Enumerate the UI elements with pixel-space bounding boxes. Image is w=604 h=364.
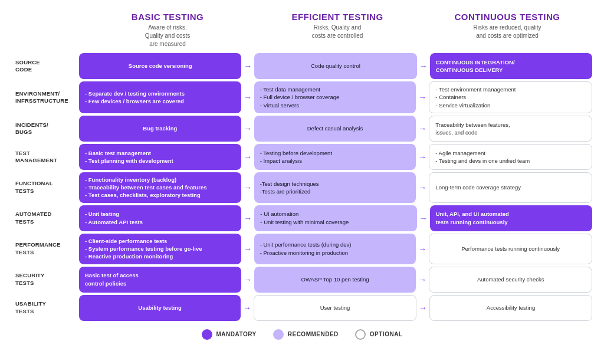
table-area: SOURCECODESource code versioning→Code qu… [12,53,592,321]
basic-cell: Bug tracking [79,116,241,142]
continuous-cell: - Agile management - Testing and devs in… [429,144,592,170]
basic-cell: - Unit testing - Automated API tests [79,205,241,231]
continuous-cell: Unit, API, and UI automated tests runnin… [430,205,592,231]
arrow-icon: → [244,81,252,113]
mandatory-circle [202,329,212,340]
continuous-cell: Accessibility testing [429,295,592,321]
table-row: FUNCTIONALTESTS- Functionality inventory… [12,172,592,203]
arrow-icon: → [244,205,252,231]
legend-recommended: RECOMMENDED [273,329,339,340]
row-label: ENVIRONMENT/INFRSSTRUCTURE [12,81,77,113]
continuous-cell: Performance tests running continuously [429,234,592,264]
recommended-label: RECOMMENDED [288,331,339,337]
basic-cell: - Basic test management - Test planning … [79,144,241,170]
efficient-cell: - Testing before development - Impact an… [254,144,416,170]
arrow-icon: → [244,172,252,203]
efficient-testing-title: EFFICIENT TESTING [252,12,422,22]
arrow-icon: → [244,116,252,142]
continuous-cell: Automated security checks [429,267,592,293]
row-label: SOURCECODE [12,53,77,79]
continuous-testing-title: CONTINUOUS TESTING [422,12,592,22]
efficient-testing-subtitle: Risks, Quality andcosts are controlled [252,24,422,40]
legend: MANDATORY RECOMMENDED OPTIONAL [12,329,592,340]
efficient-cell: - Test data management - Full device / b… [254,81,416,113]
basic-cell: - Separate dev / testing environments - … [79,81,241,113]
row-label: PERFORMANCETESTS [12,234,77,264]
optional-label: OPTIONAL [370,331,403,337]
table-row: SOURCECODESource code versioning→Code qu… [12,53,592,79]
arrow-icon: → [418,81,426,113]
row-label: SECURITYTESTS [12,267,77,293]
basic-testing-header: BASIC TESTING Aware of risks.Quality and… [83,12,252,48]
main-container: BASIC TESTING Aware of risks.Quality and… [0,0,604,349]
basic-cell: - Functionality inventory (backlog) - Tr… [79,172,241,203]
efficient-testing-header: EFFICIENT TESTING Risks, Quality andcost… [252,12,422,48]
basic-cell: Basic test of access control policies [79,267,241,293]
arrow-icon: → [419,205,428,231]
continuous-cell: Traceability between features, issues, a… [429,116,592,142]
arrow-icon: → [243,295,251,321]
continuous-testing-subtitle: Risks are reduced, qualityand costs are … [422,24,592,40]
efficient-cell: Code quality control [254,53,416,79]
legend-mandatory: MANDATORY [202,329,257,340]
column-headers: BASIC TESTING Aware of risks.Quality and… [12,12,592,48]
table-row: AUTOMATEDTESTS- Unit testing - Automated… [12,205,592,231]
legend-optional: OPTIONAL [355,329,403,340]
optional-circle [355,329,366,340]
continuous-cell: - Test environment management - Containe… [429,81,592,113]
basic-cell: Source code versioning [79,53,241,79]
efficient-cell: - Unit performance tests (during dev) - … [254,234,416,264]
row-label: USABILITYTESTS [12,295,77,321]
efficient-cell: - UI automation - Unit testing with mini… [254,205,416,231]
efficient-cell: User testing [254,295,416,321]
continuous-testing-header: CONTINUOUS TESTING Risks are reduced, qu… [422,12,592,48]
table-row: USABILITYTESTSUsability testing→User tes… [12,295,592,321]
table-row: PERFORMANCETESTS- Client-side performanc… [12,234,592,264]
basic-testing-title: BASIC TESTING [83,12,252,22]
arrow-icon: → [244,267,252,293]
arrow-icon: → [418,267,426,293]
arrow-icon: → [244,144,252,170]
arrow-icon: → [419,53,428,79]
continuous-cell: CONTINUOUS INTEGRATION/ CONTINUOUS DELIV… [430,53,592,79]
row-label: TESTMANAGEMENT [12,144,77,170]
basic-testing-subtitle: Aware of risks.Quality and costsare meas… [83,24,252,48]
basic-cell: - Client-side performance tests - System… [79,234,241,264]
row-label: INCIDENTS/BUGS [12,116,77,142]
arrow-icon: → [418,234,426,264]
row-label: FUNCTIONALTESTS [12,172,77,203]
table-row: SECURITYTESTSBasic test of access contro… [12,267,592,293]
mandatory-label: MANDATORY [216,331,257,337]
basic-cell: Usability testing [79,295,241,321]
arrow-icon: → [418,172,426,203]
arrow-icon: → [418,144,426,170]
efficient-cell: Defect casual analysis [254,116,416,142]
efficient-cell: OWASP Top 10 pen testing [254,267,416,293]
table-row: ENVIRONMENT/INFRSSTRUCTURE- Separate dev… [12,81,592,113]
arrow-icon: → [419,295,427,321]
continuous-cell: Long-term code coverage strategy [429,172,592,203]
recommended-circle [273,329,284,340]
row-label: AUTOMATEDTESTS [12,205,77,231]
table-row: TESTMANAGEMENT- Basic test management - … [12,144,592,170]
table-row: INCIDENTS/BUGSBug tracking→Defect casual… [12,116,592,142]
efficient-cell: -Test design techniques -Tests are prior… [254,172,416,203]
arrow-icon: → [418,116,426,142]
arrow-icon: → [244,234,252,264]
arrow-icon: → [244,53,252,79]
